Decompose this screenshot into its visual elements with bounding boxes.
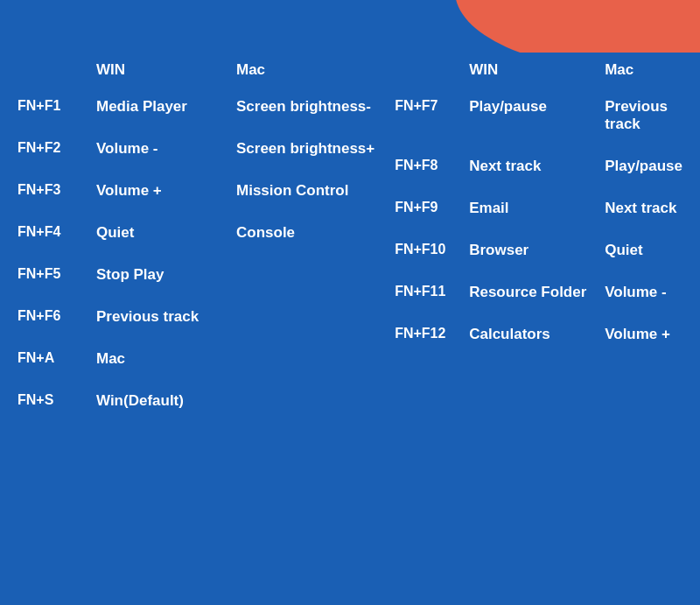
right-key-2: FN+F9 — [395, 200, 469, 215]
left-key-1: FN+F2 — [18, 140, 96, 156]
right-win-5: Calculators — [469, 326, 605, 343]
left-win-5: Previous track — [96, 308, 236, 326]
right-mac-1: Play/pause — [605, 158, 682, 175]
left-row-2: FN+F3 Volume + Mission Control — [18, 170, 395, 212]
right-key-0: FN+F7 — [395, 98, 469, 114]
left-win-1: Volume - — [96, 140, 236, 158]
right-mac-0: Previous track — [605, 98, 682, 133]
left-mac-3: Console — [236, 224, 295, 242]
left-row-5: FN+F6 Previous track — [18, 296, 395, 338]
left-row-1: FN+F2 Volume - Screen brightness+ — [18, 128, 395, 170]
right-mac-2: Next track — [605, 200, 676, 217]
left-key-7: FN+S — [18, 392, 96, 408]
right-key-1: FN+F8 — [395, 158, 469, 173]
right-win-0: Play/pause — [469, 98, 605, 116]
left-win-4: Stop Play — [96, 266, 236, 284]
right-win-header: WIN — [469, 61, 605, 79]
left-win-3: Quiet — [96, 224, 236, 242]
right-row-3: FN+F10 Browser Quiet — [395, 229, 682, 271]
left-row-0: FN+F1 Media Player Screen brightness- — [18, 86, 395, 128]
left-win-header: WIN — [96, 61, 236, 79]
right-mac-4: Volume - — [605, 284, 667, 301]
left-row-3: FN+F4 Quiet Console — [18, 212, 395, 254]
main-content: WIN Mac FN+F1 Media Player Screen bright… — [0, 53, 700, 605]
right-row-2: FN+F9 Email Next track — [395, 187, 682, 229]
left-win-0: Media Player — [96, 98, 236, 116]
left-key-5: FN+F6 — [18, 308, 96, 324]
top-decoration — [0, 0, 700, 53]
svg-point-0 — [455, 0, 700, 53]
left-win-7: Win(Default) — [96, 392, 236, 410]
left-key-4: FN+F5 — [18, 266, 96, 282]
right-win-2: Email — [469, 200, 605, 217]
left-mac-1: Screen brightness+ — [236, 140, 374, 158]
left-win-6: Mac — [96, 350, 236, 368]
right-row-4: FN+F11 Resource Folder Volume - — [395, 271, 682, 313]
right-row-1: FN+F8 Next track Play/pause — [395, 145, 682, 187]
right-mac-3: Quiet — [605, 242, 642, 259]
left-section: WIN Mac FN+F1 Media Player Screen bright… — [18, 61, 395, 422]
right-mac-header: Mac — [605, 61, 634, 79]
left-row-4: FN+F5 Stop Play — [18, 254, 395, 296]
left-win-2: Volume + — [96, 182, 236, 200]
right-win-1: Next track — [469, 158, 605, 175]
right-mac-5: Volume + — [605, 326, 670, 343]
left-key-3: FN+F4 — [18, 224, 96, 240]
left-key-0: FN+F1 — [18, 98, 96, 114]
right-headers-row: WIN Mac — [395, 61, 682, 86]
left-headers-row: WIN Mac — [18, 61, 395, 86]
right-win-4: Resource Folder — [469, 284, 605, 301]
left-mac-2: Mission Control — [236, 182, 348, 200]
left-mac-header: Mac — [236, 61, 265, 79]
right-key-4: FN+F11 — [395, 284, 469, 299]
left-key-6: FN+A — [18, 350, 96, 366]
left-key-2: FN+F3 — [18, 182, 96, 198]
left-row-7: FN+S Win(Default) — [18, 380, 395, 422]
right-key-3: FN+F10 — [395, 242, 469, 257]
right-win-3: Browser — [469, 242, 605, 259]
left-mac-0: Screen brightness- — [236, 98, 371, 116]
left-row-6: FN+A Mac — [18, 338, 395, 380]
right-section: WIN Mac FN+F7 Play/pause Previous track … — [395, 61, 682, 422]
right-row-0: FN+F7 Play/pause Previous track — [395, 86, 682, 145]
right-key-5: FN+F12 — [395, 326, 469, 341]
right-row-5: FN+F12 Calculators Volume + — [395, 313, 682, 355]
